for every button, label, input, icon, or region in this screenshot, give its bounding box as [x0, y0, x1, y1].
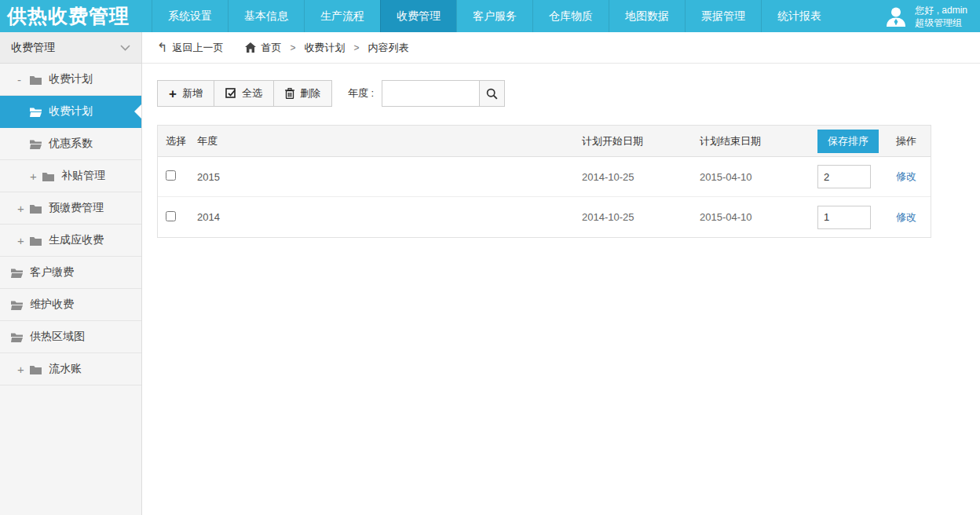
nav-tab-ticket-management[interactable]: 票据管理 — [685, 0, 761, 32]
sidebar-item-label: 供热区域图 — [30, 330, 85, 344]
sidebar-item-customer-payment[interactable]: 客户缴费 — [0, 257, 141, 289]
sidebar-item-subsidy-management[interactable]: + 补贴管理 — [0, 160, 141, 192]
header-year: 年度 — [197, 134, 582, 148]
active-item-arrow — [134, 104, 141, 119]
sidebar-item-maintain-fees[interactable]: 维护收费 — [0, 289, 141, 321]
nav-tab-fee-management[interactable]: 收费管理 — [380, 0, 456, 32]
sidebar-item-ledger[interactable]: + 流水账 — [0, 353, 141, 385]
nav-tab-customer-service[interactable]: 客户服务 — [456, 0, 532, 32]
fee-plan-table: 选择 年度 计划开始日期 计划结束日期 保存排序 操作 2015 2014-10… — [157, 125, 931, 238]
breadcrumb-separator: > — [353, 42, 359, 53]
edit-link[interactable]: 修改 — [896, 170, 916, 182]
breadcrumb-home[interactable]: 首页 — [245, 41, 281, 55]
toolbar: + 新增 全选 删除 年度 : — [157, 80, 980, 107]
folder-open-icon — [11, 268, 23, 278]
sidebar-item-generate-receivables[interactable]: + 生成应收费 — [0, 225, 141, 257]
year-filter-label: 年度 : — [348, 86, 374, 100]
sidebar-section-header[interactable]: 收费管理 — [0, 32, 141, 64]
back-label: 返回上一页 — [172, 41, 223, 55]
user-avatar-icon — [884, 5, 908, 28]
expand-icon[interactable]: + — [17, 202, 30, 215]
cell-start-date: 2014-10-25 — [582, 211, 700, 223]
select-all-label: 全选 — [242, 86, 262, 100]
cell-year: 2014 — [197, 211, 582, 223]
cell-year: 2015 — [197, 171, 582, 183]
user-menu[interactable]: 您好 , admin 超级管理组 — [872, 0, 980, 32]
folder-open-icon — [30, 139, 42, 149]
back-link[interactable]: ↰ 返回上一页 — [157, 41, 223, 55]
table-header-row: 选择 年度 计划开始日期 计划结束日期 保存排序 操作 — [158, 126, 931, 157]
cell-end-date: 2015-04-10 — [700, 211, 817, 223]
cell-end-date: 2015-04-10 — [700, 171, 817, 183]
sidebar: 收费管理 - 收费计划 收费计划 优惠系数 + 补贴管理 + — [0, 32, 142, 515]
sidebar-item-label: 客户缴费 — [30, 265, 74, 279]
sidebar-item-label: 优惠系数 — [49, 137, 93, 151]
back-icon: ↰ — [157, 42, 167, 54]
folder-open-icon — [30, 107, 42, 117]
nav-tab-system-settings[interactable]: 系统设置 — [152, 0, 228, 32]
expand-icon[interactable]: + — [17, 363, 30, 376]
sidebar-item-fee-plan-group[interactable]: - 收费计划 — [0, 64, 141, 96]
folder-closed-icon — [30, 203, 42, 214]
nav-tab-warehouse-materials[interactable]: 仓库物质 — [532, 0, 609, 32]
sidebar-item-label: 生成应收费 — [49, 233, 104, 247]
breadcrumb-item: 首页 — [261, 41, 281, 55]
checkbox-check-icon — [225, 88, 236, 99]
collapse-icon[interactable]: - — [17, 73, 30, 86]
folder-closed-icon — [30, 75, 42, 85]
expand-icon[interactable]: + — [30, 170, 42, 183]
sidebar-item-label: 维护收费 — [30, 298, 74, 312]
sidebar-item-label: 流水账 — [49, 362, 82, 376]
sidebar-item-label: 预缴费管理 — [49, 201, 104, 215]
add-button-label: 新增 — [182, 86, 203, 100]
breadcrumb-separator: > — [290, 42, 295, 53]
nav-tab-basic-info[interactable]: 基本信息 — [228, 0, 304, 32]
header-end-date: 计划结束日期 — [700, 134, 817, 148]
sort-order-input[interactable] — [817, 206, 871, 229]
sidebar-item-heating-area-map[interactable]: 供热区域图 — [0, 321, 141, 353]
sidebar-item-prepayment-management[interactable]: + 预缴费管理 — [0, 192, 141, 225]
breadcrumb-item-fee-plan[interactable]: 收费计划 — [304, 41, 345, 55]
user-greeting: 您好 , admin — [915, 4, 967, 16]
user-role: 超级管理组 — [915, 16, 967, 29]
expand-icon[interactable]: + — [17, 234, 30, 247]
breadcrumb: ↰ 返回上一页 首页 > 收费计划 > 内容列表 — [142, 32, 980, 64]
search-button[interactable] — [479, 80, 505, 107]
plus-icon: + — [169, 87, 177, 100]
edit-link[interactable]: 修改 — [896, 211, 916, 223]
row-checkbox[interactable] — [166, 170, 176, 181]
top-navbar: 供热收费管理 系统设置 基本信息 生产流程 收费管理 客户服务 仓库物质 地图数… — [0, 0, 980, 32]
select-all-button[interactable]: 全选 — [214, 80, 274, 107]
delete-button[interactable]: 删除 — [273, 80, 332, 107]
header-start-date: 计划开始日期 — [582, 134, 700, 148]
sidebar-item-fee-plan[interactable]: 收费计划 — [0, 96, 141, 128]
cell-start-date: 2014-10-25 — [582, 171, 700, 183]
header-select: 选择 — [158, 134, 197, 148]
header-sort: 保存排序 — [817, 130, 896, 153]
sidebar-item-discount-coefficient[interactable]: 优惠系数 — [0, 128, 141, 160]
year-filter-input[interactable] — [382, 80, 480, 107]
home-icon — [245, 42, 256, 53]
sidebar-item-label: 收费计划 — [49, 104, 93, 119]
chevron-down-icon — [120, 45, 130, 51]
nav-tab-production-process[interactable]: 生产流程 — [304, 0, 380, 32]
save-sort-button[interactable]: 保存排序 — [817, 130, 879, 153]
table-row: 2014 2014-10-25 2015-04-10 修改 — [158, 197, 931, 237]
folder-open-icon — [11, 332, 23, 342]
header-action: 操作 — [896, 134, 931, 148]
trash-icon — [285, 88, 294, 99]
main-content: ↰ 返回上一页 首页 > 收费计划 > 内容列表 + 新增 全选 — [142, 32, 980, 515]
delete-button-label: 删除 — [300, 86, 320, 100]
add-button[interactable]: + 新增 — [157, 80, 214, 107]
folder-open-icon — [11, 300, 23, 310]
row-checkbox[interactable] — [166, 211, 176, 221]
nav-tab-statistics-reports[interactable]: 统计报表 — [761, 0, 837, 32]
sidebar-item-label: 补贴管理 — [61, 169, 105, 183]
sort-order-input[interactable] — [817, 165, 871, 188]
nav-tab-map-data[interactable]: 地图数据 — [609, 0, 685, 32]
search-icon — [486, 88, 498, 100]
table-row: 2015 2014-10-25 2015-04-10 修改 — [158, 157, 931, 197]
folder-closed-icon — [30, 364, 42, 374]
folder-closed-icon — [42, 171, 54, 181]
sidebar-item-label: 收费计划 — [49, 72, 93, 86]
